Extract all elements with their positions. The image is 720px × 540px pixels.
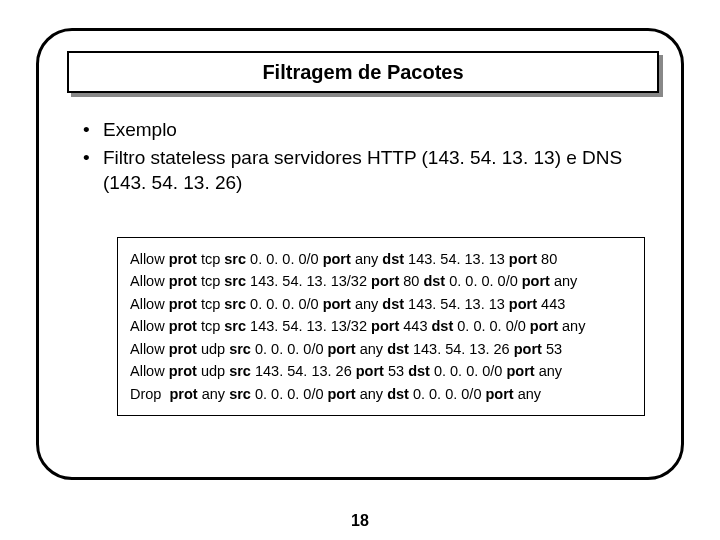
title-box: Filtragem de Pacotes bbox=[67, 51, 659, 93]
bullet-text: Exemplo bbox=[103, 117, 661, 143]
rule-line: Allow prot udp src 0. 0. 0. 0/0 port any… bbox=[130, 338, 632, 360]
page-number: 18 bbox=[0, 512, 720, 530]
bullet-dot-icon: • bbox=[81, 145, 103, 171]
bullet-text: Filtro stateless para servidores HTTP (1… bbox=[103, 145, 661, 196]
rule-line: Drop prot any src 0. 0. 0. 0/0 port any … bbox=[130, 383, 632, 405]
bullet-item: • Exemplo bbox=[81, 117, 661, 143]
bullet-list: • Exemplo • Filtro stateless para servid… bbox=[81, 117, 661, 198]
rule-line: Allow prot tcp src 0. 0. 0. 0/0 port any… bbox=[130, 293, 632, 315]
slide-frame: Filtragem de Pacotes • Exemplo • Filtro … bbox=[36, 28, 684, 480]
bullet-item: • Filtro stateless para servidores HTTP … bbox=[81, 145, 661, 196]
rules-box: Allow prot tcp src 0. 0. 0. 0/0 port any… bbox=[117, 237, 645, 416]
rule-line: Allow prot tcp src 143. 54. 13. 13/32 po… bbox=[130, 315, 632, 337]
rule-line: Allow prot udp src 143. 54. 13. 26 port … bbox=[130, 360, 632, 382]
slide-title: Filtragem de Pacotes bbox=[67, 51, 659, 93]
rule-line: Allow prot tcp src 0. 0. 0. 0/0 port any… bbox=[130, 248, 632, 270]
bullet-dot-icon: • bbox=[81, 117, 103, 143]
rule-line: Allow prot tcp src 143. 54. 13. 13/32 po… bbox=[130, 270, 632, 292]
